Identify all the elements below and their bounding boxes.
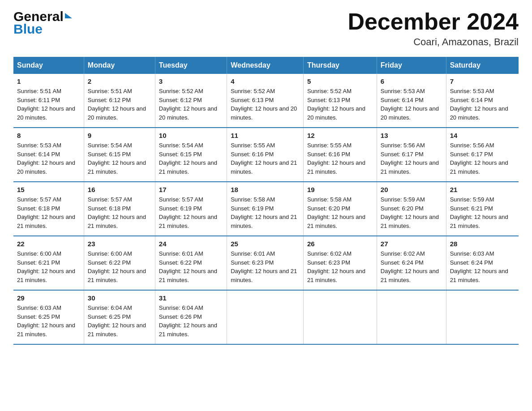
day-number: 10 [159,132,223,139]
calendar-cell: 28 Sunrise: 6:03 AMSunset: 6:24 PMDaylig… [446,236,519,290]
calendar-cell: 27 Sunrise: 6:02 AMSunset: 6:24 PMDaylig… [377,236,446,290]
day-info: Sunrise: 5:52 AMSunset: 6:12 PMDaylight:… [159,88,217,121]
day-info: Sunrise: 6:02 AMSunset: 6:23 PMDaylight:… [307,250,365,283]
day-info: Sunrise: 5:58 AMSunset: 6:20 PMDaylight:… [307,196,365,229]
calendar-cell: 11 Sunrise: 5:55 AMSunset: 6:16 PMDaylig… [227,128,304,182]
day-info: Sunrise: 6:02 AMSunset: 6:24 PMDaylight:… [381,250,439,283]
day-number: 11 [231,132,300,139]
day-info: Sunrise: 5:57 AMSunset: 6:18 PMDaylight:… [88,196,146,229]
day-info: Sunrise: 6:04 AMSunset: 6:25 PMDaylight:… [88,304,146,338]
calendar-cell: 31 Sunrise: 6:04 AMSunset: 6:26 PMDaylig… [155,290,227,344]
calendar-cell [303,290,377,344]
day-number: 7 [450,77,515,85]
day-info: Sunrise: 5:56 AMSunset: 6:17 PMDaylight:… [381,142,439,175]
calendar-cell: 20 Sunrise: 5:59 AMSunset: 6:20 PMDaylig… [377,182,446,236]
calendar-cell [227,290,304,344]
day-number: 16 [88,186,151,193]
calendar-cell: 12 Sunrise: 5:55 AMSunset: 6:16 PMDaylig… [303,128,377,182]
day-info: Sunrise: 5:53 AMSunset: 6:14 PMDaylight:… [17,142,75,175]
header-friday: Friday [377,57,446,74]
day-number: 19 [307,186,373,193]
calendar-cell: 1 Sunrise: 5:51 AMSunset: 6:11 PMDayligh… [13,74,84,128]
day-number: 9 [88,132,151,139]
day-number: 15 [17,186,80,193]
day-number: 21 [450,186,515,193]
calendar-cell: 3 Sunrise: 5:52 AMSunset: 6:12 PMDayligh… [155,74,227,128]
day-number: 28 [450,240,515,248]
logo-blue-text: Blue [13,21,72,37]
calendar-cell: 19 Sunrise: 5:58 AMSunset: 6:20 PMDaylig… [303,182,377,236]
title-block: December 2024 Coari, Amazonas, Brazil [348,9,519,48]
day-number: 12 [307,132,373,139]
calendar-week-row: 1 Sunrise: 5:51 AMSunset: 6:11 PMDayligh… [13,74,519,128]
calendar-cell: 26 Sunrise: 6:02 AMSunset: 6:23 PMDaylig… [303,236,377,290]
day-number: 6 [381,77,442,85]
day-info: Sunrise: 6:03 AMSunset: 6:25 PMDaylight:… [17,304,75,338]
header-wednesday: Wednesday [227,57,304,74]
calendar-cell: 7 Sunrise: 5:53 AMSunset: 6:14 PMDayligh… [446,74,519,128]
calendar-cell: 25 Sunrise: 6:01 AMSunset: 6:23 PMDaylig… [227,236,304,290]
calendar-week-row: 8 Sunrise: 5:53 AMSunset: 6:14 PMDayligh… [13,128,519,182]
calendar-cell [446,290,519,344]
calendar-week-row: 15 Sunrise: 5:57 AMSunset: 6:18 PMDaylig… [13,182,519,236]
day-info: Sunrise: 5:54 AMSunset: 6:15 PMDaylight:… [88,142,146,175]
day-number: 13 [381,132,442,139]
calendar-cell: 14 Sunrise: 5:56 AMSunset: 6:17 PMDaylig… [446,128,519,182]
calendar-cell: 6 Sunrise: 5:53 AMSunset: 6:14 PMDayligh… [377,74,446,128]
header-saturday: Saturday [446,57,519,74]
day-number: 22 [17,240,80,248]
day-number: 30 [88,294,151,302]
calendar-cell: 29 Sunrise: 6:03 AMSunset: 6:25 PMDaylig… [13,290,84,344]
day-info: Sunrise: 5:58 AMSunset: 6:19 PMDaylight:… [231,196,297,229]
day-info: Sunrise: 5:59 AMSunset: 6:21 PMDaylight:… [450,196,508,229]
calendar-cell: 24 Sunrise: 6:01 AMSunset: 6:22 PMDaylig… [155,236,227,290]
header-monday: Monday [84,57,155,74]
calendar-cell: 16 Sunrise: 5:57 AMSunset: 6:18 PMDaylig… [84,182,155,236]
calendar-cell: 5 Sunrise: 5:52 AMSunset: 6:13 PMDayligh… [303,74,377,128]
day-number: 25 [231,240,300,248]
day-info: Sunrise: 6:03 AMSunset: 6:24 PMDaylight:… [450,250,508,283]
day-info: Sunrise: 5:54 AMSunset: 6:15 PMDaylight:… [159,142,217,175]
day-number: 29 [17,294,80,302]
day-number: 14 [450,132,515,139]
day-number: 1 [17,77,80,85]
logo: General Blue [13,9,72,37]
day-number: 5 [307,77,373,85]
day-info: Sunrise: 6:00 AMSunset: 6:22 PMDaylight:… [88,250,146,283]
page-title: December 2024 [348,9,519,34]
day-info: Sunrise: 5:51 AMSunset: 6:11 PMDaylight:… [17,88,75,121]
day-info: Sunrise: 6:00 AMSunset: 6:21 PMDaylight:… [17,250,75,283]
day-info: Sunrise: 5:55 AMSunset: 6:16 PMDaylight:… [231,142,297,175]
day-info: Sunrise: 5:53 AMSunset: 6:14 PMDaylight:… [450,88,508,121]
calendar-cell: 18 Sunrise: 5:58 AMSunset: 6:19 PMDaylig… [227,182,304,236]
day-info: Sunrise: 6:01 AMSunset: 6:23 PMDaylight:… [231,250,297,283]
day-info: Sunrise: 5:59 AMSunset: 6:20 PMDaylight:… [381,196,439,229]
day-number: 20 [381,186,442,193]
day-number: 27 [381,240,442,248]
calendar-cell: 10 Sunrise: 5:54 AMSunset: 6:15 PMDaylig… [155,128,227,182]
day-number: 2 [88,77,151,85]
day-number: 17 [159,186,223,193]
day-info: Sunrise: 5:57 AMSunset: 6:18 PMDaylight:… [17,196,75,229]
day-info: Sunrise: 5:52 AMSunset: 6:13 PMDaylight:… [231,88,297,121]
day-info: Sunrise: 5:57 AMSunset: 6:19 PMDaylight:… [159,196,217,229]
day-number: 4 [231,77,300,85]
day-number: 8 [17,132,80,139]
calendar-cell: 8 Sunrise: 5:53 AMSunset: 6:14 PMDayligh… [13,128,84,182]
calendar-cell [377,290,446,344]
calendar-cell: 13 Sunrise: 5:56 AMSunset: 6:17 PMDaylig… [377,128,446,182]
day-number: 31 [159,294,223,302]
page-header: General Blue December 2024 Coari, Amazon… [13,9,519,48]
calendar-week-row: 29 Sunrise: 6:03 AMSunset: 6:25 PMDaylig… [13,290,519,344]
header-thursday: Thursday [303,57,377,74]
logo-arrow-icon [65,13,72,18]
day-info: Sunrise: 5:55 AMSunset: 6:16 PMDaylight:… [307,142,365,175]
calendar-cell: 17 Sunrise: 5:57 AMSunset: 6:19 PMDaylig… [155,182,227,236]
day-number: 24 [159,240,223,248]
calendar-cell: 15 Sunrise: 5:57 AMSunset: 6:18 PMDaylig… [13,182,84,236]
calendar-header-row: SundayMondayTuesdayWednesdayThursdayFrid… [13,57,519,74]
day-info: Sunrise: 6:04 AMSunset: 6:26 PMDaylight:… [159,304,217,338]
calendar-table: SundayMondayTuesdayWednesdayThursdayFrid… [13,57,519,345]
calendar-week-row: 22 Sunrise: 6:00 AMSunset: 6:21 PMDaylig… [13,236,519,290]
calendar-cell: 9 Sunrise: 5:54 AMSunset: 6:15 PMDayligh… [84,128,155,182]
